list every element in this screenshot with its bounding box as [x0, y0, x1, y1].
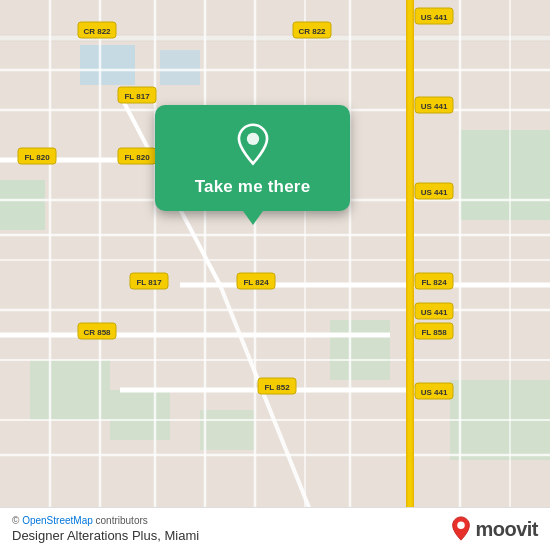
osm-link[interactable]: OpenStreetMap: [22, 515, 93, 526]
svg-rect-4: [330, 320, 390, 380]
svg-text:FL 820: FL 820: [24, 153, 50, 162]
svg-text:CR 822: CR 822: [298, 27, 326, 36]
osm-credit: © OpenStreetMap contributors: [12, 515, 199, 526]
map-container: CR 822 CR 822 US 441 US 441 US 441 US 44…: [0, 0, 550, 550]
svg-text:FL 817: FL 817: [136, 278, 162, 287]
svg-text:US 441: US 441: [421, 388, 448, 397]
svg-text:FL 820: FL 820: [124, 153, 150, 162]
svg-rect-9: [160, 50, 200, 85]
svg-text:US 441: US 441: [421, 308, 448, 317]
footer-bar: © OpenStreetMap contributors Designer Al…: [0, 507, 550, 550]
svg-text:US 441: US 441: [421, 13, 448, 22]
svg-rect-6: [110, 390, 170, 440]
svg-rect-3: [460, 130, 550, 220]
moovit-logo: moovit: [450, 516, 538, 542]
footer-left: © OpenStreetMap contributors Designer Al…: [12, 515, 199, 543]
svg-text:US 441: US 441: [421, 188, 448, 197]
svg-text:FL 817: FL 817: [124, 92, 150, 101]
popup-card: Take me there: [155, 105, 350, 211]
svg-rect-7: [200, 410, 255, 450]
svg-text:FL 824: FL 824: [243, 278, 269, 287]
svg-point-71: [246, 133, 258, 145]
svg-text:CR 858: CR 858: [83, 328, 111, 337]
svg-point-72: [458, 522, 465, 529]
svg-rect-1: [80, 45, 135, 85]
take-me-there-button[interactable]: Take me there: [195, 177, 311, 197]
location-pin-icon: [231, 123, 275, 167]
map-svg: CR 822 CR 822 US 441 US 441 US 441 US 44…: [0, 0, 550, 550]
svg-text:CR 822: CR 822: [83, 27, 111, 36]
svg-text:FL 852: FL 852: [264, 383, 290, 392]
svg-rect-5: [30, 360, 110, 420]
svg-text:FL 858: FL 858: [421, 328, 447, 337]
location-name: Designer Alterations Plus, Miami: [12, 528, 199, 543]
svg-text:FL 824: FL 824: [421, 278, 447, 287]
svg-rect-2: [0, 180, 45, 230]
svg-text:US 441: US 441: [421, 102, 448, 111]
moovit-pin-icon: [450, 516, 472, 542]
moovit-logo-text: moovit: [475, 518, 538, 541]
